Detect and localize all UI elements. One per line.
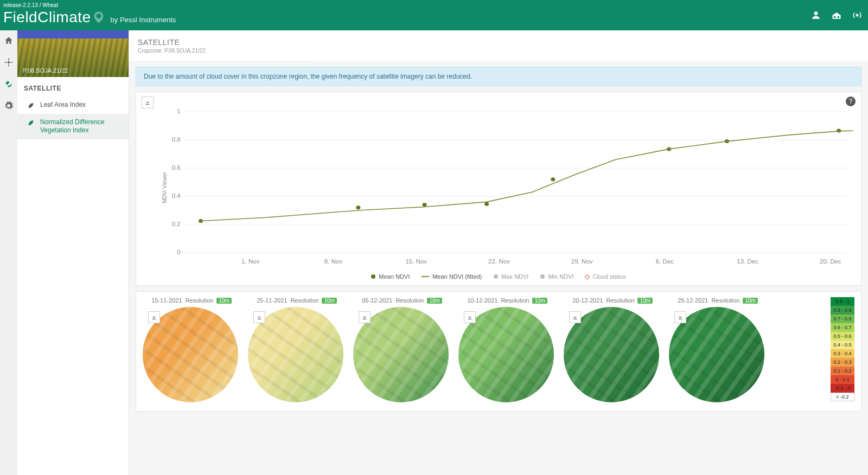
gear-icon[interactable] <box>4 101 14 111</box>
legend-label: Min NDVI <box>548 273 573 280</box>
user-icon[interactable] <box>810 10 821 21</box>
legend-item-1[interactable]: Mean NDVI (fitted) <box>422 273 482 280</box>
download-thumbnail-button[interactable] <box>148 311 160 323</box>
resolution-badge: 10m <box>637 298 652 304</box>
app-header: release-2.2.13 / Wheat FieldClimate by P… <box>0 0 868 30</box>
svg-text:1: 1 <box>177 108 180 114</box>
download-thumbnail-button[interactable] <box>253 311 265 323</box>
chart-card: ? NDVI Viewer 00.20.40.60.811. Nov8. Nov… <box>136 92 861 286</box>
scale-step-3: 0.6 - 0.7 <box>831 323 854 332</box>
scale-step-5: 0.4 - 0.5 <box>831 341 854 349</box>
svg-point-21 <box>356 206 360 209</box>
svg-point-23 <box>484 202 489 206</box>
download-icon <box>256 314 263 320</box>
app-shell: P.08.SOJA.21/22 SATELLITE Leaf Area Inde… <box>0 30 868 475</box>
sidebar-item-label: Normalized Difference Vegetation Index <box>40 118 122 135</box>
thumbnail-5: 25-12-2021 Resolution 10m <box>669 297 767 402</box>
thumbnail-header: 15-11-2021 Resolution 10m <box>143 297 240 307</box>
resolution-badge: 10m <box>743 298 757 304</box>
farm-icon[interactable] <box>831 10 842 21</box>
brand: FieldClimate by Pessl Instruments <box>0 9 176 26</box>
download-chart-button[interactable] <box>142 97 154 108</box>
thumbnail-2: 05-12-2021 Resolution 10m <box>353 297 451 402</box>
scale-step-6: 0.3 - 0.4 <box>831 349 854 358</box>
thumbnail-date: 20-12-2021 <box>572 297 603 304</box>
sidebar: P.08.SOJA.21/22 SATELLITE Leaf Area Inde… <box>17 30 129 475</box>
thumbnail-header: 25-11-2021 Resolution 10m <box>248 297 346 307</box>
legend-item-4[interactable]: Cloud status <box>585 273 626 280</box>
thumbnail-4: 20-12-2021 Resolution 10m <box>564 297 661 402</box>
leaf-icon <box>27 101 35 109</box>
thumbnail-header: 20-12-2021 Resolution 10m <box>564 297 661 307</box>
content-area: SATELLITE Cropzone: P.08.SOJA.21/22 Due … <box>129 30 868 475</box>
download-icon <box>144 99 151 106</box>
thumbnail-3: 10-12-2021 Resolution 10m <box>458 297 556 402</box>
info-banner: Due to the amount of cloud cover in this… <box>136 67 861 86</box>
legend-item-2[interactable]: Max NDVI <box>494 273 528 280</box>
thumbnail-res-label: Resolution <box>185 297 213 304</box>
thumbnail-date: 25-12-2021 <box>678 297 708 304</box>
thumbnail-header: 05-12-2021 Resolution 10m <box>353 297 451 307</box>
legend-label: Mean NDVI (fitted) <box>432 273 482 280</box>
download-thumbnail-button[interactable] <box>569 311 581 323</box>
svg-text:13. Dec: 13. Dec <box>737 259 758 265</box>
download-thumbnail-button[interactable] <box>464 311 476 323</box>
sidebar-section-title: SATELLITE <box>17 77 129 97</box>
download-icon <box>151 314 157 320</box>
leaf-logo-icon <box>91 10 106 25</box>
legend-dot-icon <box>371 274 375 279</box>
brand-name: FieldClimate <box>3 9 91 26</box>
brand-byline: by Pessl Instruments <box>111 16 176 24</box>
thumbnail-date: 25-11-2021 <box>257 297 287 304</box>
scale-step-11: < -0.2 <box>831 393 854 401</box>
header-actions <box>810 10 863 21</box>
download-thumbnail-button[interactable] <box>359 311 371 323</box>
chart-ylabel: NDVI Viewer <box>162 172 168 203</box>
thumbnail-res-label: Resolution <box>395 297 424 304</box>
color-scale: 0.9 - 10.8 - 0.90.7 - 0.80.6 - 0.70.5 - … <box>831 297 854 401</box>
sidebar-item-0[interactable]: Leaf Area Index <box>17 97 129 114</box>
svg-text:15. Nov: 15. Nov <box>405 259 427 265</box>
svg-text:0.6: 0.6 <box>172 165 181 171</box>
thumbnail-date: 05-12-2021 <box>362 297 392 304</box>
svg-text:0: 0 <box>177 249 180 255</box>
svg-text:22. Nov: 22. Nov <box>488 259 510 265</box>
thumbnail-header: 25-12-2021 Resolution 10m <box>669 297 767 307</box>
page-subtitle: Cropzone: P.08.SOJA.21/22 <box>138 48 304 54</box>
nav-rail <box>0 30 17 475</box>
svg-text:8. Nov: 8. Nov <box>324 259 343 265</box>
legend-dot-icon <box>494 274 498 279</box>
chart-plot: NDVI Viewer 00.20.40.60.811. Nov8. Nov15… <box>165 106 853 269</box>
sidebar-item-1[interactable]: Normalized Difference Vegetation Index <box>17 114 129 139</box>
sidebar-item-label: Leaf Area Index <box>40 101 86 110</box>
scale-step-4: 0.5 - 0.6 <box>831 332 854 341</box>
scale-step-1: 0.8 - 0.9 <box>831 306 854 314</box>
crosshair-icon[interactable] <box>4 57 14 67</box>
release-tag: release-2.2.13 / Wheat <box>3 2 58 8</box>
legend-item-3[interactable]: Min NDVI <box>540 273 573 280</box>
svg-text:1. Nov: 1. Nov <box>241 259 260 265</box>
legend-label: Cloud status <box>592 273 626 280</box>
resolution-badge: 10m <box>532 298 547 304</box>
scale-step-7: 0.2 - 0.3 <box>831 358 854 367</box>
download-icon <box>572 314 578 320</box>
thumbnail-1: 25-11-2021 Resolution 10m <box>248 297 346 402</box>
download-icon <box>361 314 368 320</box>
help-button[interactable]: ? <box>846 97 856 106</box>
chart-svg: 00.20.40.60.811. Nov8. Nov15. Nov22. Nov… <box>165 106 853 269</box>
download-thumbnail-button[interactable] <box>674 311 686 323</box>
scale-step-9: 0 - 0.1 <box>831 375 854 384</box>
svg-point-24 <box>551 177 555 181</box>
resolution-badge: 10m <box>216 298 231 304</box>
download-icon <box>467 314 473 320</box>
download-icon <box>677 314 684 320</box>
legend-diamond-icon <box>585 274 590 279</box>
field-name: P.08.SOJA.21/22 <box>23 67 68 74</box>
broadcast-icon[interactable] <box>852 10 863 21</box>
legend-dot-icon <box>540 274 545 279</box>
field-preview[interactable]: P.08.SOJA.21/22 <box>17 30 129 77</box>
home-icon[interactable] <box>4 36 14 46</box>
satellite-icon[interactable] <box>4 79 14 89</box>
legend-item-0[interactable]: Mean NDVI <box>371 273 410 280</box>
thumbnail-header: 10-12-2021 Resolution 10m <box>458 297 556 307</box>
